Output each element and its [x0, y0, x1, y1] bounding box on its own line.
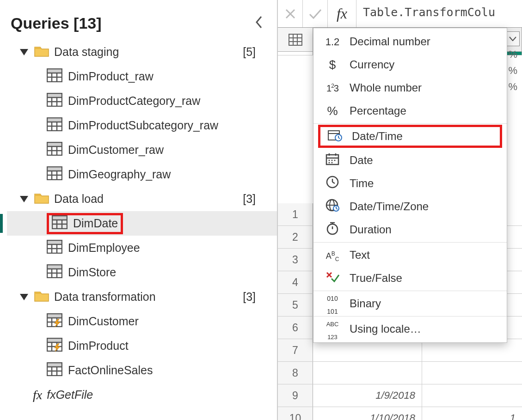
query-name: DimProductCategory_raw — [68, 94, 200, 108]
query-item[interactable]: DimProduct_raw — [7, 64, 277, 89]
expand-collapse-icon[interactable] — [20, 196, 28, 202]
type-label: Time — [350, 177, 374, 190]
cell[interactable] — [313, 362, 422, 384]
query-item[interactable]: DimCustomer — [7, 309, 277, 334]
query-name: DimCustomer_raw — [68, 143, 164, 157]
type-icon: % — [324, 104, 341, 118]
table-row[interactable]: 101/10/20181 — [278, 407, 522, 420]
highlighted-query: DimDate — [47, 213, 123, 234]
menu-separator — [313, 316, 507, 317]
type-label: Date — [350, 154, 373, 167]
svg-rect-26 — [52, 216, 67, 220]
svg-point-82 — [329, 162, 330, 164]
type-menu-item[interactable]: True/False — [313, 267, 507, 290]
type-icon: $ — [324, 58, 341, 72]
row-number: 2 — [278, 226, 313, 248]
type-menu-item[interactable]: Date/Time/Zone — [313, 195, 507, 218]
svg-rect-6 — [47, 93, 62, 97]
table-icon — [47, 93, 62, 110]
svg-rect-31 — [47, 240, 62, 244]
fx-label[interactable]: fx — [328, 0, 356, 27]
cell[interactable]: 1/9/2018 — [313, 384, 422, 407]
type-label: Date/Time — [352, 130, 403, 143]
type-menu-item[interactable]: ABCText — [313, 243, 507, 267]
type-menu-item[interactable]: Duration — [313, 218, 507, 241]
formula-accept-button[interactable] — [303, 0, 328, 27]
type-menu-item[interactable]: Date — [313, 149, 507, 172]
table-row[interactable]: 91/9/2018 — [278, 384, 522, 407]
table-icon — [47, 264, 62, 281]
query-item[interactable]: DimProduct — [7, 334, 277, 358]
query-item[interactable]: FactOnlineSales — [7, 358, 277, 383]
type-label: True/False — [350, 272, 402, 285]
collapse-pane-button[interactable] — [255, 16, 264, 31]
type-icon: 123 — [324, 81, 341, 94]
type-menu-item[interactable]: $Currency — [313, 53, 507, 76]
query-item[interactable]: DimStore — [7, 260, 277, 285]
select-all-corner[interactable] — [278, 28, 313, 51]
table-icon — [47, 362, 62, 379]
type-menu-item[interactable]: 123Whole number — [313, 76, 507, 99]
type-label: Using locale… — [350, 323, 421, 335]
queries-header: Queries [13] — [7, 7, 277, 37]
type-menu-item[interactable]: 010101Binary — [313, 292, 507, 315]
type-icon: ABC123 — [324, 316, 341, 342]
table-icon — [47, 313, 62, 330]
type-label: Text — [350, 249, 370, 262]
query-item[interactable]: DimProductCategory_raw — [7, 89, 277, 113]
type-menu-item[interactable]: ABC123Using locale… — [313, 317, 507, 341]
group-count: [5] — [243, 45, 256, 59]
query-item[interactable]: DimProductSubcategory_raw — [7, 113, 277, 138]
fx-icon: fx — [33, 388, 42, 402]
group-count: [3] — [243, 192, 256, 206]
fx-query-item[interactable]: fxfxGetFile — [7, 383, 277, 407]
percent-indicator: % — [508, 81, 517, 93]
svg-point-80 — [332, 160, 333, 161]
type-label: Duration — [350, 223, 392, 236]
cell[interactable] — [422, 362, 522, 384]
expand-collapse-icon[interactable] — [20, 49, 28, 55]
query-item[interactable]: DimEmployee — [7, 236, 277, 260]
query-group[interactable]: Data load[3] — [7, 187, 277, 211]
type-menu-item[interactable]: 1.2Decimal number — [313, 30, 507, 53]
query-name: DimEmployee — [68, 241, 140, 255]
type-menu-item[interactable]: %Percentage — [313, 99, 507, 122]
type-menu-item[interactable]: Time — [313, 172, 507, 195]
type-menu-item[interactable]: Date/Time — [318, 125, 502, 148]
svg-point-81 — [334, 160, 336, 161]
group-name: Data load — [54, 192, 104, 206]
query-item[interactable]: DimGeography_raw — [7, 162, 277, 187]
row-number: 9 — [278, 384, 313, 407]
svg-rect-1 — [47, 69, 62, 73]
svg-rect-11 — [47, 118, 62, 122]
row-number: 7 — [278, 339, 313, 361]
group-name: Data staging — [54, 45, 119, 59]
expand-collapse-icon[interactable] — [20, 294, 28, 300]
cell[interactable]: 1/10/2018 — [313, 407, 422, 420]
formula-cancel-button[interactable] — [278, 0, 303, 27]
svg-rect-21 — [47, 167, 62, 171]
row-number: 5 — [278, 294, 313, 316]
table-icon — [47, 240, 62, 256]
row-number: 6 — [278, 317, 313, 339]
percent-indicator: % — [508, 65, 517, 77]
query-item[interactable]: DimDate — [7, 211, 277, 236]
query-item[interactable]: DimCustomer_raw — [7, 138, 277, 162]
type-icon — [324, 152, 341, 168]
svg-rect-55 — [289, 34, 302, 45]
table-icon — [47, 166, 62, 183]
queries-pane: Queries [13] Data staging[5]DimProduct_r… — [0, 0, 277, 420]
row-number: 3 — [278, 249, 313, 271]
formula-input[interactable]: Table.TransformColu — [356, 0, 522, 27]
table-row[interactable]: 8 — [278, 362, 522, 384]
row-number: 8 — [278, 362, 313, 384]
type-label: Decimal number — [350, 35, 430, 48]
formula-bar: fx Table.TransformColu — [278, 0, 522, 28]
column-filter-dropdown[interactable] — [506, 31, 520, 46]
query-group[interactable]: Data staging[5] — [7, 40, 277, 64]
row-number: 1 — [278, 203, 313, 225]
cell[interactable] — [422, 384, 522, 407]
svg-rect-36 — [47, 265, 62, 269]
cell[interactable]: 1 — [422, 407, 522, 420]
query-group[interactable]: Data transformation[3] — [7, 285, 277, 309]
